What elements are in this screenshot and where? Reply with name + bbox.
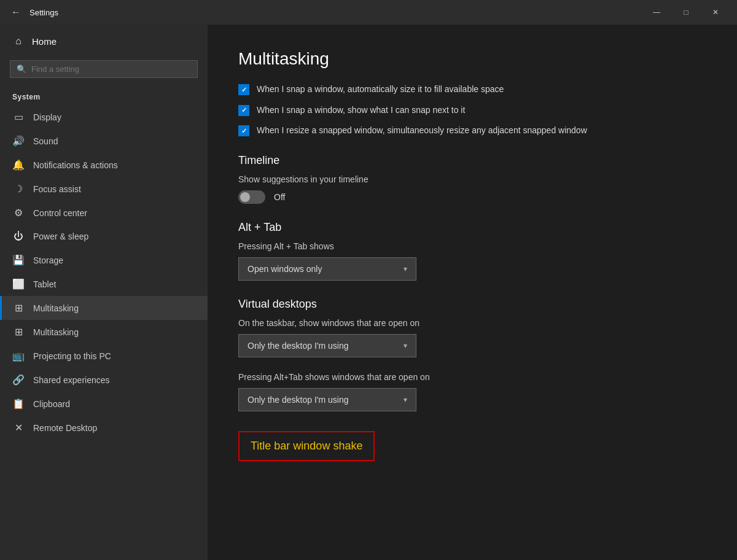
alttab-vd-dropdown-arrow: ▾: [404, 395, 407, 404]
sidebar-home[interactable]: ⌂ Home: [0, 25, 208, 58]
app-body: ⌂ Home 🔍 System ▭ Display 🔊 Sound 🔔 Noti…: [0, 25, 737, 560]
snap-checkbox-3: When I resize a snapped window, simultan…: [238, 125, 706, 137]
sidebar-item-clipboard[interactable]: 📋 Clipboard: [0, 392, 208, 416]
sidebar-label-multitasking1: Multitasking: [33, 303, 79, 313]
sidebar-section-title: System: [0, 88, 208, 105]
title-bar-shake-box[interactable]: Title bar window shake: [238, 431, 375, 461]
display-icon: ▭: [12, 111, 25, 123]
sidebar-item-remote[interactable]: ✕ Remote Desktop: [0, 416, 208, 440]
timeline-toggle-desc: Show suggestions in your timeline: [238, 174, 706, 184]
sidebar-label-control: Control center: [33, 208, 87, 218]
alttab-header: Alt + Tab: [238, 221, 706, 234]
sidebar-label-display: Display: [33, 112, 61, 122]
timeline-header: Timeline: [238, 154, 706, 167]
sidebar-label-tablet: Tablet: [33, 279, 56, 289]
snap-section: When I snap a window, automatically size…: [238, 84, 706, 137]
search-icon: 🔍: [17, 64, 26, 74]
back-button[interactable]: ←: [7, 4, 25, 21]
sidebar-item-sound[interactable]: 🔊 Sound: [0, 129, 208, 153]
taskbar-dropdown-arrow: ▾: [404, 341, 407, 350]
snap-label-1: When I snap a window, automatically size…: [257, 84, 504, 96]
sidebar-item-shared[interactable]: 🔗 Shared experiences: [0, 368, 208, 392]
sidebar-item-projecting[interactable]: 📺 Projecting to this PC: [0, 344, 208, 368]
minimize-button[interactable]: —: [642, 2, 671, 22]
sidebar-label-multitasking2: Multitasking: [33, 327, 79, 337]
app-title: Settings: [29, 8, 58, 17]
notifications-icon: 🔔: [12, 159, 25, 171]
sidebar: ⌂ Home 🔍 System ▭ Display 🔊 Sound 🔔 Noti…: [0, 25, 208, 560]
sidebar-label-focus: Focus assist: [33, 184, 81, 194]
multitasking2-icon: ⊞: [12, 326, 25, 338]
title-bar: ← Settings — □ ✕: [0, 0, 737, 25]
sidebar-label-sound: Sound: [33, 136, 58, 146]
sidebar-label-clipboard: Clipboard: [33, 399, 70, 409]
sidebar-item-multitasking2[interactable]: ⊞ Multitasking: [0, 320, 208, 344]
remote-icon: ✕: [12, 422, 25, 434]
clipboard-icon: 📋: [12, 398, 25, 410]
storage-icon: 💾: [12, 254, 25, 266]
virtual-desktops-header: Virtual desktops: [238, 298, 706, 311]
sidebar-item-control[interactable]: ⚙ Control center: [0, 201, 208, 225]
taskbar-dropdown-value: Only the desktop I'm using: [248, 341, 349, 351]
timeline-section: Timeline Show suggestions in your timeli…: [238, 154, 706, 204]
timeline-toggle-row: Off: [238, 190, 706, 204]
sidebar-label-storage: Storage: [33, 255, 63, 265]
snap-checkbox-2: When I snap a window, show what I can sn…: [238, 104, 706, 117]
sidebar-item-power[interactable]: ⏻ Power & sleep: [0, 225, 208, 248]
maximize-button[interactable]: □: [672, 2, 700, 22]
multitasking1-icon: ⊞: [12, 302, 25, 314]
timeline-toggle[interactable]: [238, 190, 265, 204]
timeline-toggle-label: Off: [274, 192, 285, 202]
sidebar-item-focus[interactable]: ☽ Focus assist: [0, 177, 208, 201]
snap-checkbox-1: When I snap a window, automatically size…: [238, 84, 706, 96]
search-input[interactable]: [31, 64, 191, 74]
search-box[interactable]: 🔍: [10, 60, 198, 78]
sound-icon: 🔊: [12, 135, 25, 147]
home-label: Home: [32, 36, 57, 47]
sidebar-label-remote: Remote Desktop: [33, 423, 97, 433]
alttab-vd-dropdown[interactable]: Only the desktop I'm using ▾: [238, 388, 416, 411]
alttab-dropdown-value: Open windows only: [248, 264, 322, 274]
sidebar-item-display[interactable]: ▭ Display: [0, 105, 208, 129]
power-icon: ⏻: [12, 231, 25, 242]
alttab-dropdown[interactable]: Open windows only ▾: [238, 257, 416, 281]
control-icon: ⚙: [12, 207, 25, 219]
sidebar-label-power: Power & sleep: [33, 231, 88, 241]
home-icon: ⌂: [12, 36, 25, 47]
title-bar-shake-label: Title bar window shake: [251, 440, 362, 452]
sidebar-label-notifications: Notifications & actions: [33, 160, 118, 170]
taskbar-dropdown-label: On the taskbar, show windows that are op…: [238, 318, 706, 328]
shared-icon: 🔗: [12, 374, 25, 386]
alttab-section: Alt + Tab Pressing Alt + Tab shows Open …: [238, 221, 706, 281]
taskbar-dropdown[interactable]: Only the desktop I'm using ▾: [238, 334, 416, 357]
projecting-icon: 📺: [12, 350, 25, 362]
sidebar-item-multitasking1[interactable]: ⊞ Multitasking: [0, 296, 208, 320]
close-button[interactable]: ✕: [701, 2, 730, 22]
sidebar-item-storage[interactable]: 💾 Storage: [0, 248, 208, 272]
alttab-dropdown-arrow: ▾: [404, 265, 407, 273]
alttab-vd-dropdown-value: Only the desktop I'm using: [248, 395, 349, 405]
tablet-icon: ⬜: [12, 278, 25, 290]
checkbox-snap2[interactable]: [238, 105, 249, 116]
snap-label-2: When I snap a window, show what I can sn…: [257, 104, 465, 117]
page-title: Multitasking: [238, 49, 706, 69]
sidebar-label-projecting: Projecting to this PC: [33, 351, 111, 361]
focus-icon: ☽: [12, 183, 25, 195]
content-area: Multitasking When I snap a window, autom…: [208, 25, 737, 560]
sidebar-item-notifications[interactable]: 🔔 Notifications & actions: [0, 153, 208, 177]
window-controls: — □ ✕: [642, 2, 730, 22]
virtual-desktops-section: Virtual desktops On the taskbar, show wi…: [238, 298, 706, 411]
snap-label-3: When I resize a snapped window, simultan…: [257, 125, 587, 137]
checkbox-snap3[interactable]: [238, 125, 249, 136]
checkbox-snap1[interactable]: [238, 84, 249, 95]
alttab-vd-dropdown-label: Pressing Alt+Tab shows windows that are …: [238, 372, 706, 382]
sidebar-label-shared: Shared experiences: [33, 375, 110, 385]
alttab-dropdown-label: Pressing Alt + Tab shows: [238, 241, 706, 251]
sidebar-item-tablet[interactable]: ⬜ Tablet: [0, 272, 208, 296]
